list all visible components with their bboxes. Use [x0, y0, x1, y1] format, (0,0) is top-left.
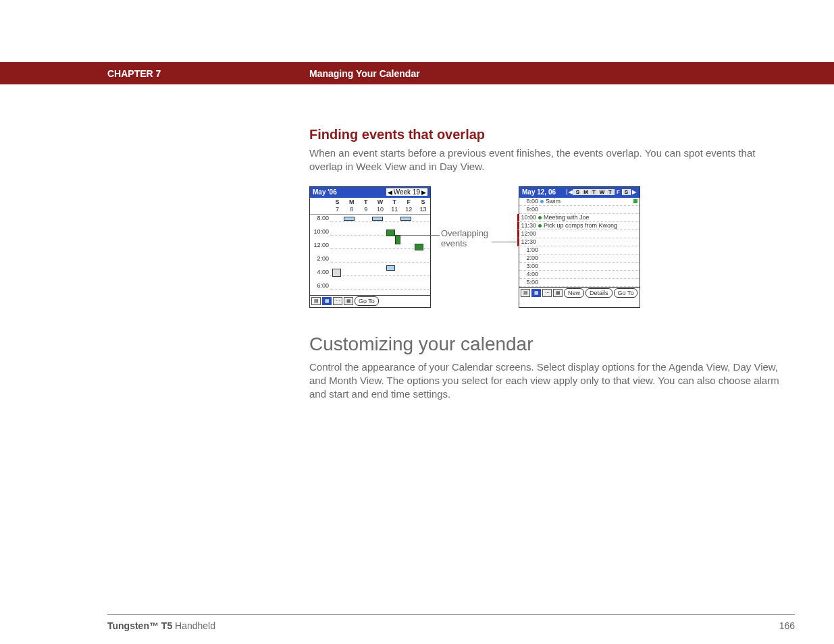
week-view-icon[interactable]: ⋯ [333, 297, 342, 305]
daytab-s2[interactable]: S [622, 189, 630, 195]
time-4: 4:00 [310, 269, 330, 275]
dayview-row[interactable]: 8:00Swim [519, 198, 640, 206]
section-body-customize: Control the appearance of your Calendar … [309, 360, 782, 402]
weekday-t2: T [388, 198, 402, 206]
goto-button[interactable]: Go To [355, 296, 379, 306]
dayview-row[interactable]: 5:00 [519, 279, 640, 287]
dayview-row[interactable]: 12:30 [517, 238, 640, 246]
weekdate-7: 7 [330, 206, 344, 214]
dayview-row[interactable]: 2:00 [519, 254, 640, 263]
dayview-event-text: Swim [546, 198, 632, 205]
dayview-event-text: Meeting with Joe [544, 214, 637, 221]
dayview-event-text: Pick up comps from Kwong [544, 222, 637, 229]
daytab-t[interactable]: T [590, 189, 598, 195]
dayview-time: 3:00 [521, 263, 540, 269]
time-2: 2:00 [310, 255, 330, 262]
event-block-overlap[interactable] [395, 235, 400, 244]
weekday-s: S [330, 198, 344, 206]
weekdate-9: 9 [359, 206, 373, 214]
figure-row: May '06 ◀ Week 19 ▶ S M T W T F S 7 8 9 [309, 186, 782, 308]
dayview-row[interactable]: 1:00 [519, 246, 640, 254]
dayview-row[interactable]: 3:00 [519, 263, 640, 271]
event-block[interactable] [400, 217, 411, 221]
event-dot-icon [538, 216, 542, 219]
event-dot-icon [540, 200, 544, 203]
dayview-row[interactable]: 4:00 [519, 271, 640, 279]
event-block[interactable] [386, 265, 395, 271]
section-body-overlap: When an event starts before a previous e… [309, 146, 782, 174]
event-block[interactable] [415, 244, 423, 250]
agenda-view-icon[interactable]: ▤ [311, 297, 321, 305]
event-block[interactable] [386, 230, 395, 236]
daytab-s[interactable]: S [573, 189, 581, 195]
day-next-icon[interactable]: ▶ [630, 189, 637, 195]
weekview-day-header: S M T W T F S 7 8 9 10 11 12 13 [310, 198, 430, 214]
weekday-s2: S [416, 198, 430, 206]
note-icon[interactable] [633, 199, 637, 203]
dayview-figure: May 12, 06 ◀ S M T W T F S ▶ 8:00Swim9:0… [519, 186, 640, 308]
weekday-w: W [373, 198, 387, 206]
month-view-icon[interactable]: ▦ [344, 297, 353, 305]
chapter-title: Managing Your Calendar [309, 68, 420, 79]
product-rest: Handheld [172, 620, 215, 631]
daytab-w[interactable]: W [598, 189, 606, 195]
weekday-m: M [344, 198, 359, 206]
section-heading-overlap: Finding events that overlap [309, 127, 782, 142]
event-block[interactable] [332, 269, 341, 277]
event-block[interactable] [344, 217, 355, 221]
daytab-t2[interactable]: T [606, 189, 614, 195]
weekview-body: 8:00 10:00 12:00 2:00 4:00 6:00 [310, 214, 430, 295]
daytab-m[interactable]: M [581, 189, 590, 195]
dayview-time: 8:00 [521, 198, 540, 205]
weekview-week-nav[interactable]: ◀ Week 19 ▶ [386, 188, 427, 196]
details-button[interactable]: Details [585, 288, 613, 298]
dayview-footer: ▤ ▦ ⋯ ▦ New Details Go To [519, 287, 640, 299]
time-8: 8:00 [310, 215, 330, 221]
event-dot-icon [538, 224, 542, 227]
time-6: 6:00 [310, 282, 330, 289]
event-block[interactable] [372, 217, 383, 221]
section-heading-customize: Customizing your calendar [309, 333, 782, 355]
time-10: 10:00 [310, 228, 330, 235]
goto-button[interactable]: Go To [614, 288, 638, 298]
callout-line2: events [441, 238, 488, 248]
dayview-daytabs: ◀ S M T W T F S ▶ [567, 189, 637, 195]
dayview-time: 10:00 [519, 214, 538, 221]
weekview-figure: May '06 ◀ Week 19 ▶ S M T W T F S 7 8 9 [309, 186, 431, 308]
dayview-row[interactable]: 11:30Pick up comps from Kwong [517, 222, 640, 230]
callout-label: Overlapping events [441, 228, 488, 248]
weekdate-13: 13 [416, 206, 430, 214]
new-button[interactable]: New [564, 288, 584, 298]
callout-connector-right [492, 242, 519, 242]
week-view-icon[interactable]: ⋯ [542, 289, 552, 297]
weekdate-11: 11 [388, 206, 402, 214]
time-12: 12:00 [310, 242, 330, 248]
week-next-icon[interactable]: ▶ [421, 189, 426, 196]
dayview-time: 1:00 [521, 246, 540, 253]
chapter-label: CHAPTER 7 [107, 68, 161, 79]
month-view-icon[interactable]: ▦ [553, 289, 563, 297]
day-view-icon[interactable]: ▦ [531, 289, 541, 297]
dayview-list: 8:00Swim9:0010:00Meeting with Joe11:30Pi… [519, 198, 640, 287]
dayview-row[interactable]: 12:00 [517, 230, 640, 238]
agenda-view-icon[interactable]: ▤ [521, 289, 530, 297]
daytab-f[interactable]: F [614, 189, 622, 195]
day-view-icon[interactable]: ▦ [322, 297, 332, 305]
dayview-time: 11:30 [519, 222, 538, 229]
chapter-header: CHAPTER 7 Managing Your Calendar [0, 62, 834, 84]
week-prev-icon[interactable]: ◀ [388, 189, 392, 196]
weekday-f: F [402, 198, 416, 206]
dayview-row[interactable]: 9:00 [519, 206, 640, 214]
weekday-t: T [359, 198, 373, 206]
callout-line1: Overlapping [441, 228, 488, 238]
page-number: 166 [779, 620, 795, 631]
day-prev-icon[interactable]: ◀ [567, 189, 573, 195]
weekview-titlebar: May '06 ◀ Week 19 ▶ [310, 187, 430, 198]
weekdate-12: 12 [402, 206, 416, 214]
page-footer: Tungsten™ T5 Handheld 166 [107, 614, 795, 631]
dayview-row[interactable]: 10:00Meeting with Joe [517, 214, 640, 222]
dayview-time: 12:00 [519, 230, 538, 237]
product-bold: Tungsten™ T5 [107, 620, 172, 631]
dayview-time: 2:00 [521, 254, 540, 261]
dayview-date: May 12, 06 [522, 188, 556, 196]
